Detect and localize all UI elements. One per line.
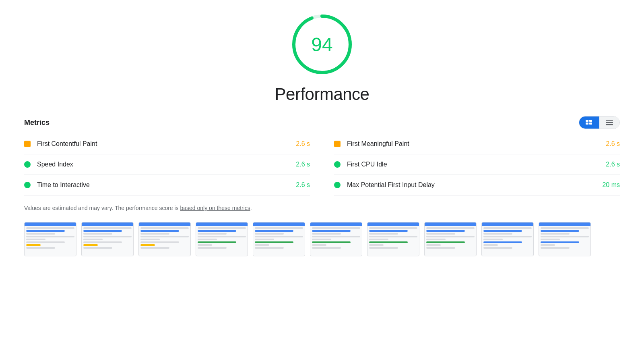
svg-rect-6 <box>606 120 613 121</box>
thumbnail-4 <box>196 222 248 256</box>
score-section: 94 <box>24 12 620 77</box>
list-view-button[interactable] <box>599 116 619 129</box>
svg-rect-4 <box>589 120 592 122</box>
metric-indicator <box>334 141 341 147</box>
metric-indicator <box>334 182 341 188</box>
thumbnail-7 <box>367 222 419 256</box>
thumbnail-8 <box>424 222 477 256</box>
thumbnail-10 <box>539 222 591 256</box>
metric-indicator <box>24 182 31 188</box>
view-toggle[interactable] <box>579 116 620 129</box>
metrics-link[interactable]: based only on these metrics <box>180 205 250 211</box>
metric-row: Speed Index 2.6 s <box>24 154 310 175</box>
svg-rect-2 <box>586 120 588 122</box>
footer-note: Values are estimated and may vary. The p… <box>24 204 620 212</box>
metric-row: First Meaningful Paint 2.6 s <box>334 134 620 154</box>
metric-value: 2.6 s <box>296 161 310 168</box>
svg-rect-5 <box>589 123 592 125</box>
metric-name: Time to Interactive <box>37 181 296 189</box>
metric-row: First CPU Idle 2.6 s <box>334 154 620 175</box>
grid-view-button[interactable] <box>579 116 599 129</box>
metric-name: First CPU Idle <box>347 161 606 168</box>
svg-rect-8 <box>606 124 613 125</box>
metric-name: First Contentful Paint <box>37 140 296 148</box>
metric-row: First Contentful Paint 2.6 s <box>24 134 310 154</box>
metric-value: 20 ms <box>602 181 620 189</box>
metric-indicator <box>24 161 31 168</box>
thumbnail-strip <box>24 222 620 260</box>
metric-row: Max Potential First Input Delay 20 ms <box>334 175 620 195</box>
metric-name: First Meaningful Paint <box>347 140 606 148</box>
footer-suffix: . <box>250 205 252 211</box>
metric-name: Speed Index <box>37 161 296 168</box>
thumbnail-3 <box>138 222 191 256</box>
metric-value: 2.6 s <box>606 140 620 148</box>
thumbnail-6 <box>310 222 362 256</box>
metric-value: 2.6 s <box>296 140 310 148</box>
thumbnail-1 <box>24 222 76 256</box>
metrics-right-column: First Meaningful Paint 2.6 s First CPU I… <box>334 134 620 195</box>
metrics-grid: First Contentful Paint 2.6 s Speed Index… <box>24 134 620 195</box>
metric-row: Time to Interactive 2.6 s <box>24 175 310 195</box>
metrics-header: Metrics <box>24 116 620 129</box>
metric-value: 2.6 s <box>606 161 620 168</box>
thumbnail-5 <box>253 222 305 256</box>
footer-static-text: Values are estimated and may vary. The p… <box>24 205 180 211</box>
score-value: 94 <box>311 33 332 56</box>
thumbnail-2 <box>81 222 134 256</box>
svg-rect-3 <box>586 123 588 125</box>
score-ring: 94 <box>290 12 354 77</box>
page-title: Performance <box>24 85 620 104</box>
svg-rect-7 <box>606 122 613 123</box>
metric-value: 2.6 s <box>296 181 310 189</box>
metric-indicator <box>334 161 341 168</box>
metric-name: Max Potential First Input Delay <box>347 181 602 189</box>
metric-indicator <box>24 141 31 147</box>
thumbnail-9 <box>481 222 534 256</box>
metrics-left-column: First Contentful Paint 2.6 s Speed Index… <box>24 134 310 195</box>
metrics-label: Metrics <box>24 118 50 127</box>
